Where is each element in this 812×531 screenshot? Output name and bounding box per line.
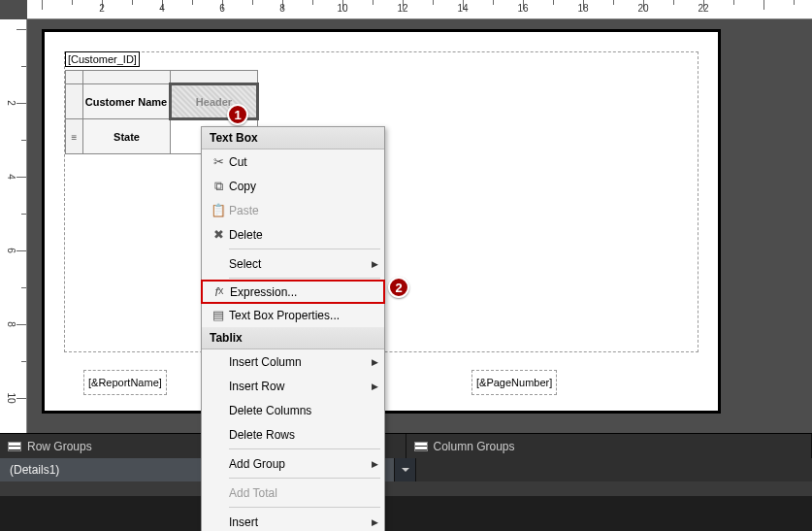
- copy-icon: ⧉: [208, 179, 229, 194]
- callout-2: 2: [388, 277, 409, 298]
- callout-1: 1: [227, 104, 248, 125]
- menu-cut[interactable]: ✂ Cut: [202, 149, 384, 174]
- column-handle-1[interactable]: [83, 71, 171, 84]
- footer-report-name[interactable]: [&ReportName]: [83, 370, 167, 395]
- row-groups-label: Row Groups: [27, 440, 92, 453]
- design-surface[interactable]: [Customer_ID] Customer Name Header ≡ Sta…: [27, 19, 812, 433]
- menu-insert-column[interactable]: Insert Column ▶: [202, 349, 384, 374]
- row-group-details-label: (Details1): [10, 463, 59, 477]
- menu-delete-columns[interactable]: Delete Columns: [202, 398, 384, 422]
- menu-delete[interactable]: ✖ Delete: [202, 222, 384, 247]
- row-group-dropdown-button[interactable]: [394, 458, 415, 481]
- menu-textbox-properties[interactable]: ▤ Text Box Properties...: [202, 303, 384, 327]
- cell-customer-name-label[interactable]: Customer Name: [83, 84, 171, 119]
- menu-delete-rows[interactable]: Delete Rows: [202, 422, 384, 447]
- horizontal-ruler: 246810121416182022: [27, 0, 812, 19]
- cell-state-label[interactable]: State: [83, 119, 171, 154]
- submenu-arrow-icon: ▶: [372, 259, 378, 269]
- menu-separator: [229, 278, 380, 279]
- grid-icon: [8, 442, 21, 451]
- tablix-title[interactable]: [Customer_ID]: [65, 51, 140, 67]
- cut-icon: ✂: [208, 154, 229, 169]
- panel-filler: [0, 496, 812, 531]
- menu-separator: [229, 448, 380, 449]
- context-menu: Text Box ✂ Cut ⧉ Copy 📋 Paste ✖ Delete S…: [201, 126, 385, 531]
- column-groups-body[interactable]: [416, 458, 812, 481]
- footer-page-number[interactable]: [&PageNumber]: [471, 370, 557, 395]
- menu-separator: [229, 249, 380, 249]
- submenu-arrow-icon: ▶: [372, 357, 378, 367]
- submenu-arrow-icon: ▶: [372, 382, 378, 391]
- menu-add-total: Add Total: [202, 481, 384, 505]
- grid-icon: [414, 442, 428, 451]
- menu-separator: [229, 478, 380, 479]
- details-row-icon: ≡: [72, 132, 78, 143]
- panel-divider: [0, 481, 812, 496]
- row-handle-2[interactable]: ≡: [66, 119, 83, 154]
- fx-icon: fx: [209, 284, 230, 299]
- delete-icon: ✖: [208, 227, 229, 242]
- row-handle-1[interactable]: [66, 84, 83, 119]
- tablix-corner[interactable]: [66, 71, 83, 84]
- properties-icon: ▤: [208, 308, 229, 322]
- menu-section-textbox: Text Box: [202, 127, 384, 149]
- submenu-arrow-icon: ▶: [372, 517, 378, 527]
- menu-expression[interactable]: fx Expression...: [201, 280, 385, 304]
- grouping-pane: Row Groups Column Groups (Details1): [0, 433, 812, 531]
- menu-insert[interactable]: Insert ▶: [202, 510, 384, 531]
- column-handle-2[interactable]: [171, 71, 258, 84]
- menu-select[interactable]: Select ▶: [202, 251, 384, 276]
- menu-paste: 📋 Paste: [202, 198, 384, 222]
- menu-section-tablix: Tablix: [202, 327, 384, 349]
- paste-icon: 📋: [208, 203, 229, 217]
- menu-add-group[interactable]: Add Group ▶: [202, 451, 384, 476]
- column-groups-label: Column Groups: [434, 440, 515, 453]
- submenu-arrow-icon: ▶: [372, 459, 378, 469]
- vertical-ruler: 246810: [0, 19, 27, 433]
- menu-separator: [229, 507, 380, 508]
- menu-insert-row[interactable]: Insert Row ▶: [202, 374, 384, 398]
- column-groups-header[interactable]: Column Groups: [406, 434, 813, 458]
- menu-copy[interactable]: ⧉ Copy: [202, 174, 384, 198]
